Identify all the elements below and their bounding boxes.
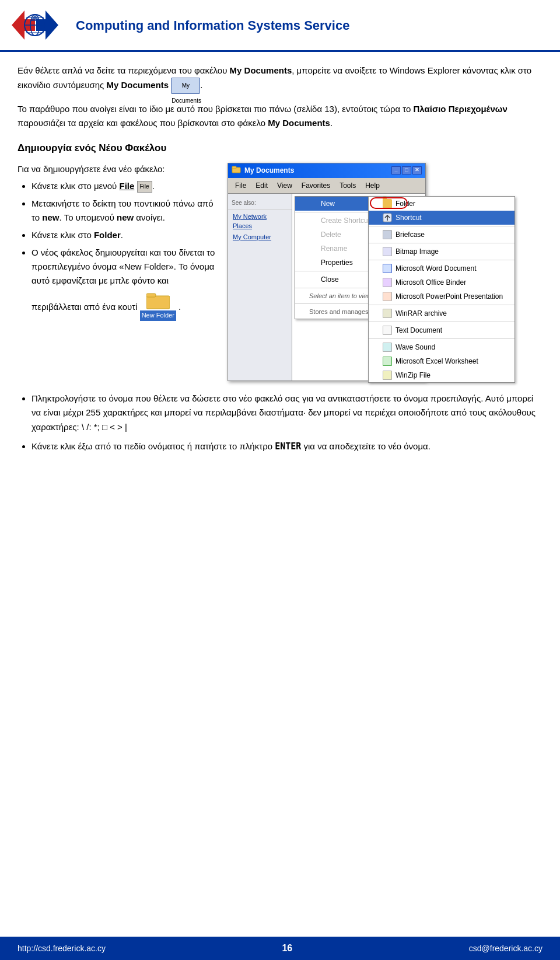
- bullet-4: Ο νέος φάκελος δημιουργείται και του δίν…: [32, 246, 216, 322]
- wave-icon: [383, 343, 392, 352]
- new-bold: new: [42, 212, 59, 222]
- svg-rect-11: [232, 166, 236, 169]
- bullet-3: Κάνετε κλικ στο Folder.: [32, 228, 216, 242]
- submenu-shortcut[interactable]: Shortcut: [369, 211, 514, 225]
- intro-text-end: .: [200, 80, 202, 90]
- submenu-winzip[interactable]: WinZip File: [369, 368, 514, 382]
- para2-bold: Πλαίσιο Περιεχομένων: [414, 104, 508, 114]
- para2-text: Το παράθυρο που ανοίγει είναι το ίδιο με…: [18, 104, 414, 114]
- enter-key: ENTER: [275, 441, 301, 452]
- bottom-bullets: Πληκτρολογήστε το όνομα που θέλετε να δώ…: [18, 392, 542, 454]
- win-titlebar-buttons[interactable]: _ □ ✕: [391, 166, 422, 174]
- menu-file[interactable]: File: [230, 179, 251, 192]
- menu-edit[interactable]: Edit: [251, 179, 272, 192]
- bullet-1: Κάνετε κλικ στο μενού File File.: [32, 179, 216, 193]
- winzip-icon: [383, 371, 392, 380]
- footer-email[interactable]: csd@frederick.ac.cy: [469, 942, 542, 955]
- bullet-list: Κάνετε κλικ στο μενού File File. Μετακιν…: [18, 179, 216, 322]
- menu-favorites[interactable]: Favorites: [297, 179, 335, 192]
- win-body: See also: My Network Places My Computer …: [228, 194, 425, 380]
- word-icon: [383, 264, 392, 273]
- bitmap-icon: [383, 247, 392, 256]
- submenu-rar[interactable]: WinRAR archive: [369, 306, 514, 320]
- bottom-bullet-list: Πληκτρολογήστε το όνομα που θέλετε να δώ…: [18, 392, 542, 454]
- my-network-places-link[interactable]: My Network Places: [228, 211, 292, 232]
- new-bold2: new: [117, 212, 134, 222]
- main-content: Εάν θέλετε απλά να δείτε τα περιεχόμενα …: [0, 52, 560, 470]
- page-footer: http://csd.frederick.ac.cy 16 csd@freder…: [0, 937, 560, 960]
- bullet-2: Μετακινήστε το δείκτη του ποντικιού πάνω…: [32, 197, 216, 225]
- win-title-text: My Documents: [244, 165, 294, 176]
- win-right-panel: New Create Shortcut Delete: [292, 194, 425, 380]
- office-binder-icon: [383, 278, 392, 287]
- logo: [12, 5, 58, 46]
- win-title-icon: [232, 165, 241, 176]
- submenu-word[interactable]: Microsoft Word Document: [369, 261, 514, 275]
- right-col-menu: My Documents _ □ ✕ File Edit View Favori…: [228, 163, 542, 381]
- footer-url[interactable]: http://csd.frederick.ac.cy: [18, 942, 106, 955]
- para2-text3: .: [330, 118, 332, 128]
- my-computer-link[interactable]: My Computer: [228, 232, 292, 243]
- svg-rect-8: [146, 296, 170, 309]
- win-panel-section: See also:: [228, 196, 292, 210]
- text-doc-icon: [383, 326, 392, 335]
- submenu-sep3: [369, 260, 514, 260]
- submenu-briefcase[interactable]: Briefcase: [369, 228, 514, 242]
- create-shortcut-icon: [309, 216, 318, 225]
- two-col-layout: Για να δημιουργήσετε ένα νέο φάκελο: Κάν…: [18, 163, 542, 381]
- rename-icon: [309, 244, 318, 253]
- menu-view[interactable]: View: [272, 179, 297, 192]
- excel-icon: [383, 357, 392, 366]
- para2-bold2: My Documents: [268, 118, 330, 128]
- submenu-sep4: [369, 305, 514, 305]
- submenu-bitmap[interactable]: Bitmap Image: [369, 245, 514, 259]
- new-icon: [309, 199, 318, 208]
- intro-bold1: My Documents: [230, 65, 292, 75]
- submenu-office-binder[interactable]: Microsoft Office Binder: [369, 275, 514, 289]
- menu-help[interactable]: Help: [360, 179, 384, 192]
- intro-text-before: Εάν θέλετε απλά να δείτε τα περιεχόμενα …: [18, 65, 230, 75]
- close-button[interactable]: ✕: [412, 166, 422, 174]
- briefcase-icon: [383, 230, 392, 239]
- submenu-ppt[interactable]: Microsoft PowerPoint Presentation: [369, 289, 514, 303]
- submenu-wave[interactable]: Wave Sound: [369, 340, 514, 354]
- new-submenu: Folder: [368, 196, 515, 383]
- folder-bold: Folder: [94, 230, 121, 240]
- menu-tools[interactable]: Tools: [335, 179, 360, 192]
- submenu-sep1: [369, 226, 514, 226]
- submenu-sep6: [369, 338, 514, 339]
- win-menubar[interactable]: File Edit View Favorites Tools Help: [228, 178, 425, 194]
- properties-icon: [309, 258, 318, 267]
- close-icon: [309, 275, 318, 284]
- maximize-button[interactable]: □: [402, 166, 411, 174]
- windows-menu-screenshot: My Documents _ □ ✕ File Edit View Favori…: [228, 163, 426, 381]
- file-bold: File: [119, 181, 134, 191]
- shortcut-icon: [383, 213, 392, 222]
- folder-icon: [146, 291, 170, 310]
- submenu-folder[interactable]: Folder: [369, 197, 514, 211]
- left-bullets-col: Για να δημιουργήσετε ένα νέο φάκελο: Κάν…: [18, 163, 216, 326]
- submenu-text[interactable]: Text Document: [369, 323, 514, 337]
- para2: Το παράθυρο που ανοίγει είναι το ίδιο με…: [18, 102, 542, 130]
- folder-icon-small: [383, 199, 392, 208]
- svg-rect-9: [146, 294, 156, 297]
- my-docs-icon-inline: My Documents: [171, 78, 200, 94]
- file-menu-icon: File: [137, 181, 152, 193]
- footer-page-number: 16: [282, 941, 292, 955]
- bottom-bullet-1: Πληκτρολογήστε το όνομα που θέλετε να δώ…: [32, 392, 542, 435]
- para2-text2: παρουσιάζει τα αρχεία και φακέλους που β…: [18, 118, 268, 128]
- submenu-sep2: [369, 243, 514, 243]
- rar-icon: [383, 309, 392, 318]
- win-left-panel: See also: My Network Places My Computer: [228, 194, 292, 380]
- header-title: Computing and Information Systems Servic…: [76, 16, 349, 35]
- submenu-sep5: [369, 322, 514, 322]
- bottom-bullet-2: Κάνετε κλικ έξω από το πεδίο ονόματος ή …: [32, 439, 542, 454]
- new-folder-box: New Folder: [140, 291, 176, 321]
- submenu-folder-row: Folder: [369, 197, 514, 211]
- bullets-intro: Για να δημιουργήσετε ένα νέο φάκελο:: [18, 163, 216, 176]
- submenu-excel[interactable]: Microsoft Excel Worksheet: [369, 354, 514, 368]
- section-title: Δημιουργία ενός Νέου Φακέλου: [18, 141, 542, 156]
- ppt-icon: [383, 292, 392, 301]
- delete-icon: [309, 230, 318, 239]
- minimize-button[interactable]: _: [391, 166, 401, 174]
